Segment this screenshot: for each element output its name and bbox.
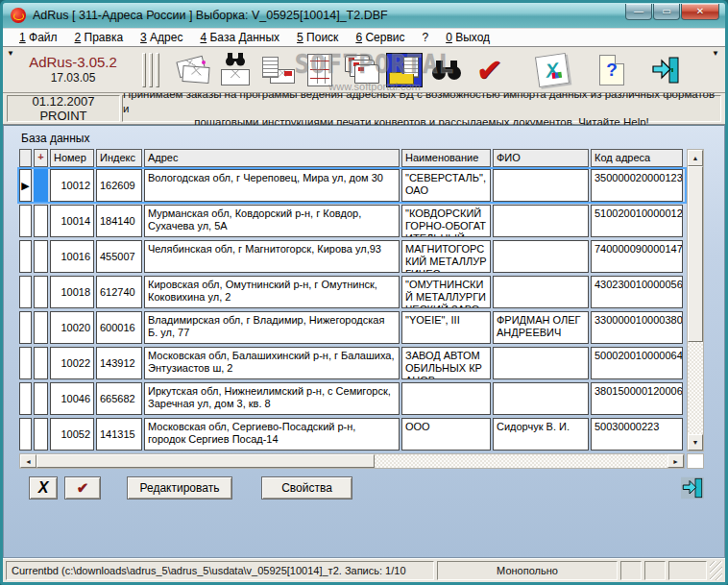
table-row[interactable]: ▶ 10012 162609 Вологодская обл, г Черепо… — [19, 169, 685, 202]
properties-button[interactable]: Свойства — [261, 476, 352, 500]
cell-number[interactable]: 10020 — [50, 311, 94, 344]
menu-exit[interactable]: 0 Выход — [437, 29, 498, 46]
cell-code[interactable]: 50030000223 — [591, 418, 683, 451]
cell-name[interactable]: ООО — [401, 418, 491, 451]
horizontal-scrollbar[interactable]: ◄ ► — [19, 453, 685, 469]
header-number[interactable]: Номер — [50, 149, 94, 167]
cell-index[interactable]: 455007 — [96, 240, 142, 273]
cell-fio[interactable]: Сидорчук В. И. — [493, 418, 589, 451]
cell-address[interactable]: Владимирская обл, г Владимир, Нижегородс… — [144, 311, 400, 344]
scroll-left-icon[interactable]: ◄ — [20, 454, 36, 468]
cell-address[interactable]: Московская обл, Сергиево-Посадский р-н, … — [144, 418, 400, 451]
cell-code[interactable]: 330000010000380 — [591, 311, 683, 344]
export-excel-icon[interactable]: X — [531, 49, 573, 91]
table-row[interactable]: 10052 141315 Московская обл, Сергиево-По… — [19, 418, 685, 451]
header-fio[interactable]: ФИО — [493, 149, 589, 167]
panel-exit-door-icon[interactable] — [680, 475, 705, 500]
table-row[interactable]: 10014 184140 Мурманская обл, Ковдорский … — [19, 205, 685, 237]
help-document-icon[interactable]: ? — [591, 49, 633, 91]
horizontal-scroll-thumb[interactable] — [36, 454, 375, 468]
scroll-up-icon[interactable]: ▲ — [688, 150, 703, 166]
cell-number[interactable]: 10012 — [50, 169, 94, 202]
menu-address[interactable]: 3 Адрес — [132, 29, 191, 46]
table-row[interactable]: 10022 143912 Московская обл, Балашихинск… — [19, 347, 685, 379]
minimize-button[interactable]: — — [625, 4, 652, 20]
cell-code[interactable]: 350000020000123 — [591, 169, 683, 202]
header-plus[interactable]: + — [34, 149, 48, 167]
cell-index[interactable]: 184140 — [96, 205, 142, 237]
cell-number[interactable]: 10046 — [50, 382, 94, 415]
cell-name[interactable]: ЗАВОД АВТОМОБИЛЬНЫХ КРАНОВ — [401, 347, 491, 379]
cell-code[interactable]: 430230010000056 — [591, 276, 683, 308]
card-file-icon[interactable] — [341, 49, 383, 91]
cell-number[interactable]: 10016 — [50, 240, 94, 273]
maximize-button[interactable]: ▭ — [653, 4, 680, 20]
cell-number[interactable]: 10022 — [50, 347, 94, 379]
cell-code[interactable]: 510020010000012 — [591, 205, 683, 237]
cell-fio[interactable] — [493, 382, 589, 415]
header-name[interactable]: Наименование — [401, 149, 491, 167]
cell-name[interactable]: "КОВДОРСКИЙ ГОРНО-ОБОГАТИТЕЛЬНЫЙ — [401, 205, 491, 237]
cell-address[interactable]: Вологодская обл, г Череповец, Мира ул, д… — [144, 169, 400, 202]
letters-stack-icon[interactable] — [172, 49, 214, 91]
row-marker-cell[interactable] — [19, 240, 32, 273]
cell-code[interactable]: 380150000120006 — [591, 382, 683, 415]
cell-code[interactable]: 740000090000147 — [591, 240, 683, 273]
toolbar-collapse-icon[interactable]: ▼ — [7, 49, 14, 58]
cell-name[interactable]: "ОМУТНИНСКИЙ МЕТАЛЛУРГИЧЕСКИЙ ЗАВОД", ОА… — [401, 276, 491, 308]
cancel-button[interactable]: X — [29, 476, 58, 500]
table-row[interactable]: 10018 612740 Кировская обл, Омутнинский … — [19, 276, 685, 308]
row-marker-cell[interactable]: ▶ — [19, 169, 32, 202]
table-row[interactable]: 10016 455007 Челябинская обл, г Магнитог… — [19, 240, 685, 273]
cell-fio[interactable] — [493, 276, 589, 308]
toolbar-overflow-icon[interactable]: ▼ — [712, 49, 719, 58]
cell-index[interactable]: 143912 — [96, 347, 142, 379]
cell-index[interactable]: 162609 — [96, 169, 142, 202]
cell-number[interactable]: 10014 — [50, 205, 94, 237]
header-marker[interactable] — [19, 149, 32, 167]
vertical-scrollbar[interactable]: ▲ ▼ — [687, 149, 704, 451]
search-mail-icon[interactable] — [214, 49, 256, 91]
cell-fio[interactable] — [493, 240, 589, 273]
resize-grip[interactable] — [710, 561, 722, 580]
scroll-down-icon[interactable]: ▼ — [688, 434, 703, 451]
header-address[interactable]: Адрес — [144, 149, 400, 167]
menu-file[interactable]: 1 Файл — [11, 29, 66, 46]
menu-search[interactable]: 5 Поиск — [288, 29, 347, 46]
cell-fio[interactable]: ФРИДМАН ОЛЕГ АНДРЕЕВИЧ — [493, 311, 589, 344]
row-marker-cell[interactable] — [19, 418, 32, 451]
menu-edit[interactable]: 2 Правка — [66, 29, 133, 46]
cell-address[interactable]: Московская обл, Балашихинский р-н, г Бал… — [144, 347, 400, 379]
close-button[interactable]: ✕ — [681, 4, 719, 20]
exit-door-icon[interactable] — [644, 49, 687, 91]
row-marker-cell[interactable] — [19, 205, 32, 237]
menu-database[interactable]: 4 База Данных — [191, 29, 288, 46]
row-select-cell[interactable] — [34, 382, 48, 415]
cell-name[interactable]: МАГНИТОГОРСКИЙ МЕТАЛЛУРГИЧЕС — [401, 240, 491, 273]
header-code[interactable]: Код адреса — [591, 149, 683, 167]
cell-index[interactable]: 612740 — [96, 276, 142, 308]
cell-index[interactable]: 665682 — [96, 382, 142, 415]
row-select-cell[interactable] — [34, 418, 48, 451]
cell-name[interactable] — [401, 382, 491, 415]
cell-fio[interactable] — [493, 205, 589, 237]
row-select-cell[interactable] — [34, 169, 48, 202]
toolbar-handle-icon[interactable] — [130, 49, 172, 91]
row-select-cell[interactable] — [34, 347, 48, 379]
row-select-cell[interactable] — [34, 240, 48, 273]
scroll-right-icon[interactable]: ► — [667, 454, 684, 468]
cell-index[interactable]: 141315 — [96, 418, 142, 451]
header-index[interactable]: Индекс — [96, 149, 142, 167]
row-select-cell[interactable] — [34, 205, 48, 237]
menu-service[interactable]: 6 Сервис — [347, 29, 413, 46]
checkmark-icon[interactable]: ✔ — [468, 49, 510, 91]
vertical-scroll-thumb[interactable] — [688, 166, 703, 342]
binoculars-icon[interactable] — [425, 49, 468, 91]
edit-button[interactable]: Редактировать — [127, 476, 232, 500]
cell-address[interactable]: Кировская обл, Омутнинский р-н, г Омутни… — [144, 276, 400, 308]
cell-name[interactable]: "YOEIE", III — [401, 311, 491, 344]
row-select-cell[interactable] — [34, 311, 48, 344]
cell-index[interactable]: 600016 — [96, 311, 142, 344]
cell-address[interactable]: Мурманская обл, Ковдорский р-н, г Ковдор… — [144, 205, 400, 237]
cell-code[interactable]: 500020010000064 — [591, 347, 683, 379]
